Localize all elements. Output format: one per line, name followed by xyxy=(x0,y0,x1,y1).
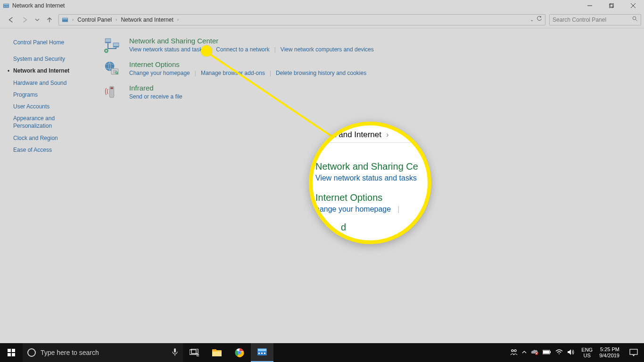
window-title: Network and Internet xyxy=(12,2,65,9)
task-view-status[interactable]: View network status and tasks xyxy=(129,46,205,53)
svg-rect-28 xyxy=(12,353,15,356)
control-panel-icon xyxy=(62,16,68,23)
people-icon[interactable] xyxy=(510,348,518,357)
forward-button[interactable] xyxy=(20,15,30,25)
sidebar-item-hardware-sound[interactable]: Hardware and Sound xyxy=(13,79,97,87)
control-panel-icon xyxy=(3,2,9,9)
task-send-receive-file[interactable]: Send or receive a file xyxy=(129,93,182,100)
infrared-icon xyxy=(104,84,121,101)
clock[interactable]: 5:25 PM9/4/2019 xyxy=(595,346,623,358)
category-infrared: Infrared Send or receive a file xyxy=(104,84,635,101)
close-button[interactable] xyxy=(622,0,644,11)
svg-point-12 xyxy=(633,16,636,20)
svg-rect-4 xyxy=(8,6,8,7)
callout-breadcrumb-fragment: k and Internet› xyxy=(332,130,389,140)
task-view-computers[interactable]: View network computers and devices xyxy=(281,46,374,53)
svg-rect-35 xyxy=(212,352,222,356)
category-network-sharing: Network and Sharing Center View network … xyxy=(104,37,635,54)
system-tray[interactable] xyxy=(506,348,578,357)
svg-rect-53 xyxy=(630,349,637,354)
chevron-right-icon: › xyxy=(72,17,74,22)
chevron-right-icon: › xyxy=(116,17,117,22)
callout-sec2-sub: hange your homepage| xyxy=(315,205,426,214)
volume-icon[interactable] xyxy=(567,349,575,357)
taskbar-search-placeholder: Type here to search xyxy=(41,349,99,356)
category-internet-options: Internet Options Change your homepage | … xyxy=(104,60,635,77)
tray-overflow-icon[interactable] xyxy=(522,349,527,356)
sidebar-item-ease-of-access[interactable]: Ease of Access xyxy=(13,146,97,154)
svg-point-46 xyxy=(514,349,516,351)
minimize-button[interactable] xyxy=(579,0,601,11)
category-title[interactable]: Network and Sharing Center xyxy=(129,37,374,45)
start-button[interactable] xyxy=(0,343,23,362)
wifi-icon[interactable] xyxy=(555,349,563,356)
taskbar-app-chrome[interactable] xyxy=(228,343,251,362)
svg-rect-3 xyxy=(6,6,7,7)
svg-rect-34 xyxy=(212,349,216,351)
svg-rect-42 xyxy=(258,353,260,354)
svg-rect-6 xyxy=(609,4,613,8)
svg-rect-2 xyxy=(4,6,5,7)
task-change-homepage[interactable]: Change your homepage xyxy=(129,70,190,76)
recent-locations-dropdown[interactable] xyxy=(34,15,41,25)
svg-rect-44 xyxy=(264,353,265,354)
sidebar-item-appearance[interactable]: Appearance and Personalization xyxy=(13,115,79,130)
sidebar-item-programs[interactable]: Programs xyxy=(13,91,97,99)
svg-rect-17 xyxy=(114,43,119,46)
up-button[interactable] xyxy=(44,15,55,25)
refresh-icon[interactable] xyxy=(537,16,542,23)
svg-point-45 xyxy=(512,349,513,351)
network-sharing-icon xyxy=(104,37,121,54)
onedrive-icon[interactable] xyxy=(531,349,538,356)
svg-rect-29 xyxy=(174,348,176,353)
breadcrumb-root[interactable]: Control Panel xyxy=(77,16,112,23)
task-view-button[interactable] xyxy=(183,343,206,362)
taskbar-search[interactable]: Type here to search xyxy=(23,343,183,362)
address-bar[interactable]: › Control Panel › Network and Internet ›… xyxy=(58,14,545,25)
callout-anchor-dot xyxy=(201,45,212,57)
battery-icon[interactable] xyxy=(543,349,551,356)
sidebar-home[interactable]: Control Panel Home xyxy=(13,39,97,46)
callout-sec3-fragment: d xyxy=(341,222,346,233)
task-connect-network[interactable]: Connect to a network xyxy=(216,46,269,53)
sidebar-item-user-accounts[interactable]: User Accounts xyxy=(13,103,97,110)
svg-rect-11 xyxy=(63,18,68,19)
search-input[interactable]: Search Control Panel xyxy=(549,14,641,25)
taskbar-app-explorer[interactable] xyxy=(206,343,228,362)
window-controls xyxy=(579,0,644,11)
search-placeholder: Search Control Panel xyxy=(553,16,606,23)
svg-rect-27 xyxy=(8,353,11,356)
internet-options-icon xyxy=(104,60,121,77)
window-titlebar: Network and Internet xyxy=(0,0,644,11)
action-center-icon[interactable] xyxy=(623,343,644,362)
svg-rect-26 xyxy=(12,349,15,352)
taskbar-app-control-panel[interactable] xyxy=(251,343,273,362)
sidebar-item-network-internet[interactable]: Network and Internet xyxy=(13,67,97,74)
sidebar-item-system-security[interactable]: System and Security xyxy=(13,55,97,63)
maximize-button[interactable] xyxy=(601,0,622,11)
svg-rect-43 xyxy=(261,353,263,354)
toolbar: › Control Panel › Network and Internet ›… xyxy=(0,11,644,28)
taskbar: Type here to search xyxy=(0,343,644,362)
callout-sec1-sub: View network status and tasks xyxy=(315,174,426,182)
svg-point-19 xyxy=(106,50,107,52)
svg-point-39 xyxy=(238,351,240,354)
callout-sec2-title: Internet Options xyxy=(315,192,426,203)
callout-sec1-title: Network and Sharing Ce xyxy=(315,161,426,172)
svg-rect-51 xyxy=(550,351,551,353)
language-indicator[interactable]: ENGUS xyxy=(578,347,595,358)
microphone-icon[interactable] xyxy=(172,348,178,358)
breadcrumb-current[interactable]: Network and Internet xyxy=(121,16,173,23)
svg-rect-25 xyxy=(8,349,11,352)
category-title[interactable]: Internet Options xyxy=(129,60,366,68)
task-delete-history[interactable]: Delete browsing history and cookies xyxy=(276,70,366,76)
chevron-right-icon: › xyxy=(177,17,179,22)
sidebar-item-clock-region[interactable]: Clock and Region xyxy=(13,134,97,142)
callout-magnifier: k and Internet› Network and Sharing Ce V… xyxy=(309,122,431,244)
back-button[interactable] xyxy=(6,15,16,25)
address-dropdown-icon[interactable]: ⌄ xyxy=(530,17,534,22)
svg-rect-52 xyxy=(543,351,549,354)
category-title[interactable]: Infrared xyxy=(129,84,182,92)
sidebar: Control Panel Home System and Security N… xyxy=(0,28,99,343)
svg-rect-32 xyxy=(197,354,199,356)
